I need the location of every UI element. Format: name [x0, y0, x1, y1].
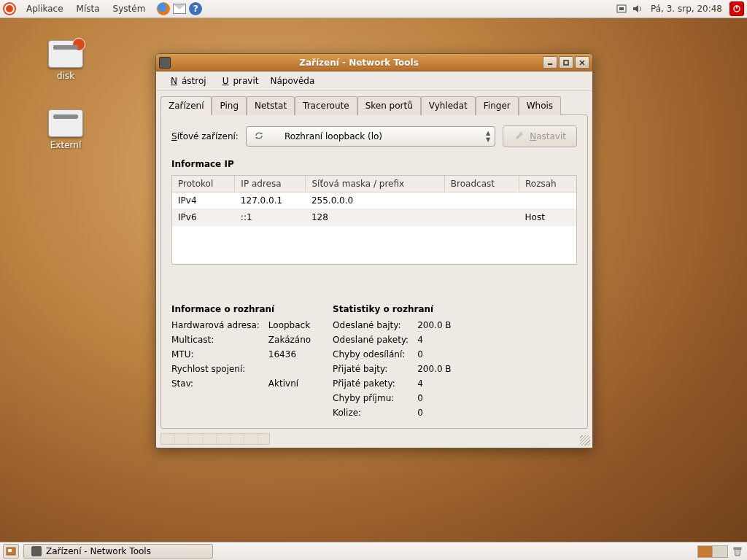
- col-netmask[interactable]: Síťová maska / prefix: [306, 176, 444, 192]
- refresh-icon: [254, 131, 264, 143]
- tab-whois[interactable]: Whois: [519, 96, 561, 115]
- taskbar-button-network-tools[interactable]: Zařízení - Network Tools: [23, 544, 213, 559]
- col-broadcast[interactable]: Broadcast: [444, 176, 519, 192]
- svg-marker-2: [633, 5, 638, 12]
- device-label: Síťové zařízení:: [171, 131, 239, 141]
- stats-heading: Statistiky o rozhraní: [333, 304, 451, 314]
- network-tools-window: Zařízení - Network Tools Nástroj Upravit…: [155, 53, 593, 448]
- bottom-panel: Zařízení - Network Tools: [0, 542, 747, 560]
- menubar: Nástroj Upravit Nápověda: [156, 71, 592, 91]
- svg-rect-13: [734, 548, 741, 549]
- tab-portscan[interactable]: Sken portů: [357, 96, 421, 115]
- ubuntu-logo-icon[interactable]: [3, 2, 16, 15]
- desktop-icon-label: disk: [36, 71, 95, 81]
- desktop-icon-external[interactable]: Externí: [36, 109, 95, 150]
- tab-ping[interactable]: Ping: [212, 96, 247, 115]
- desktop-icon-disk[interactable]: disk: [36, 40, 95, 81]
- ip-table: Protokol IP adresa Síťová maska / prefix…: [171, 175, 577, 265]
- iface-stats: Odeslané bajty:200.0 B Odeslané pakety:4…: [333, 320, 451, 418]
- drive-icon: [48, 109, 83, 137]
- desktop-icon-label: Externí: [36, 140, 95, 150]
- iface-info-heading: Informace o rozhraní: [171, 304, 311, 314]
- menu-places[interactable]: Místa: [71, 1, 106, 16]
- iface-info: Hardwarová adresa:Loopback Multicast:Zak…: [171, 320, 311, 389]
- menu-applications[interactable]: Aplikace: [20, 1, 69, 16]
- window-title: Zařízení - Network Tools: [175, 58, 543, 68]
- tab-devices[interactable]: Zařízení: [160, 96, 212, 115]
- tab-traceroute[interactable]: Traceroute: [295, 96, 357, 115]
- col-ipaddress[interactable]: IP adresa: [235, 176, 306, 192]
- tabbar: Zařízení Ping Netstat Traceroute Sken po…: [156, 91, 592, 114]
- app-icon: [31, 546, 42, 556]
- minimize-button[interactable]: [543, 56, 557, 69]
- col-scope[interactable]: Rozsah: [519, 176, 576, 192]
- workspace-switcher[interactable]: [697, 545, 728, 558]
- configure-button[interactable]: Nastavit: [503, 125, 577, 147]
- clock[interactable]: Pá, 3. srp, 20:48: [648, 4, 725, 14]
- menu-help[interactable]: Nápověda: [266, 74, 319, 88]
- tab-finger[interactable]: Finger: [476, 96, 519, 115]
- table-row[interactable]: IPv4 127.0.0.1 255.0.0.0: [172, 192, 576, 209]
- shutdown-button[interactable]: [729, 1, 744, 16]
- menu-tool[interactable]: Nástroj: [162, 74, 211, 88]
- top-panel: Aplikace Místa Systém ? Pá, 3. srp, 20:4…: [0, 0, 747, 18]
- tab-lookup[interactable]: Vyhledat: [421, 96, 476, 115]
- trash-icon[interactable]: [731, 545, 744, 558]
- menu-edit[interactable]: Upravit: [214, 74, 263, 88]
- workspace-2[interactable]: [713, 546, 727, 557]
- titlebar[interactable]: Zařízení - Network Tools: [156, 54, 592, 71]
- close-button[interactable]: [575, 56, 589, 69]
- device-combo[interactable]: Rozhraní loopback (lo) ▲▼: [246, 126, 495, 147]
- status-segments: [160, 433, 270, 445]
- tab-netstat[interactable]: Netstat: [247, 96, 295, 115]
- menu-system[interactable]: Systém: [107, 1, 152, 16]
- mail-icon[interactable]: [173, 4, 186, 14]
- maximize-button[interactable]: [559, 56, 573, 69]
- firefox-icon[interactable]: [157, 2, 170, 15]
- svg-rect-1: [619, 7, 624, 10]
- svg-rect-12: [8, 549, 12, 552]
- wrench-icon: [514, 131, 525, 142]
- combo-value: Rozhraní loopback (lo): [285, 131, 382, 141]
- volume-icon[interactable]: [632, 3, 643, 15]
- workspace-1[interactable]: [698, 546, 713, 557]
- update-icon[interactable]: [616, 3, 627, 15]
- ip-info-heading: Informace IP: [171, 159, 577, 169]
- tab-content: Síťové zařízení: Rozhraní loopback (lo) …: [160, 114, 588, 429]
- drive-icon: [48, 40, 83, 68]
- table-row[interactable]: IPv6 ::1 128 Host: [172, 209, 576, 226]
- show-desktop-button[interactable]: [3, 544, 19, 559]
- svg-rect-6: [564, 61, 568, 65]
- chevron-updown-icon: ▲▼: [486, 130, 490, 143]
- help-icon[interactable]: ?: [189, 2, 202, 15]
- col-protocol[interactable]: Protokol: [172, 176, 235, 192]
- resize-grip[interactable]: [580, 435, 590, 446]
- app-icon: [159, 57, 171, 69]
